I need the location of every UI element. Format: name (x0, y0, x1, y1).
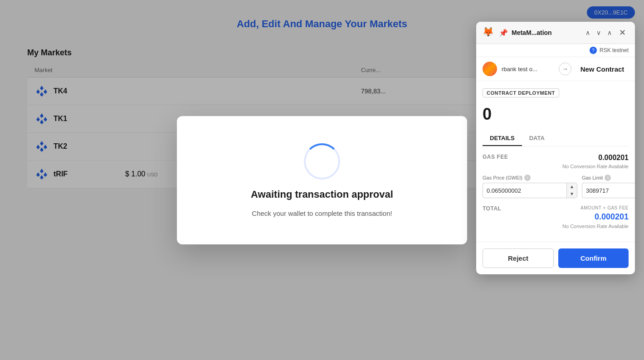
gas-limit-label: Gas Limit i (582, 175, 635, 181)
gas-price-input-container: ▲ ▼ (483, 183, 577, 198)
close-button[interactable]: ✕ (616, 27, 629, 39)
gas-limit-input-container: ▲ ▼ (582, 183, 635, 198)
nav-up-button[interactable]: ∧ (584, 28, 592, 37)
metamask-fox-icon: 🦊 (483, 26, 495, 39)
contract-deployment-tag: CONTRACT DEPLOYMENT (483, 88, 559, 97)
contract-amount: 0 (483, 105, 629, 124)
reject-button[interactable]: Reject (483, 248, 554, 268)
gas-limit-input[interactable] (582, 185, 635, 197)
gas-limit-info-icon[interactable]: i (605, 175, 611, 181)
total-sub: No Conversion Rate Available (483, 224, 629, 229)
total-value: 0.000201 (581, 212, 629, 222)
new-contract-label: New Contract (576, 65, 629, 73)
gas-fee-sub: No Conversion Rate Available (483, 164, 629, 169)
gas-price-label: Gas Price (GWEI) i (483, 175, 577, 181)
gas-inputs-row: Gas Price (GWEI) i ▲ ▼ Gas Limit i (483, 175, 629, 198)
gas-price-decrement[interactable]: ▼ (567, 190, 577, 198)
metamask-tabs: DETAILS DATA (483, 131, 629, 146)
gas-fee-label: GAS FEE (483, 154, 508, 160)
total-row: TOTAL AMOUNT + GAS FEE 0.000201 (483, 205, 629, 222)
total-section: TOTAL AMOUNT + GAS FEE 0.000201 No Conve… (483, 205, 629, 229)
total-label: TOTAL (483, 205, 501, 212)
network-row: ? RSK testnet (476, 44, 635, 57)
tab-data[interactable]: DATA (522, 131, 552, 146)
amount-plus-gas-label: AMOUNT + GAS FEE (581, 205, 629, 210)
loading-spinner (304, 143, 340, 180)
network-icon: ? (590, 47, 597, 54)
network-label: RSK testnet (600, 47, 629, 54)
transaction-modal: Awaiting transaction approval Check your… (177, 116, 467, 244)
account-name: rbank test o... (502, 66, 554, 73)
gas-fee-value: 0.000201 (598, 154, 629, 162)
metamask-panel: 🦊 📌 MetaM...ation ∧ ∨ ∧ ✕ ? RSK testnet … (476, 22, 635, 274)
gas-limit-group: Gas Limit i ▲ ▼ (582, 175, 635, 198)
gas-price-group: Gas Price (GWEI) i ▲ ▼ (483, 175, 577, 198)
nav-down-button[interactable]: ∨ (595, 28, 603, 37)
gas-price-stepper: ▲ ▼ (566, 183, 577, 198)
metamask-header: 🦊 📌 MetaM...ation ∧ ∨ ∧ ✕ (476, 22, 635, 44)
modal-subtitle: Check your wallet to complete this trans… (252, 209, 392, 217)
account-row: rbank test o... → New Contract (476, 57, 635, 81)
gas-price-increment[interactable]: ▲ (567, 183, 577, 190)
metamask-footer: Reject Confirm (476, 242, 635, 274)
gas-price-input[interactable] (483, 185, 566, 197)
gas-price-info-icon[interactable]: i (524, 175, 531, 181)
account-avatar (483, 62, 497, 76)
tab-details[interactable]: DETAILS (483, 131, 522, 146)
nav-expand-button[interactable]: ∧ (605, 28, 614, 37)
metamask-title: MetaM...ation (512, 29, 580, 36)
pin-icon: 📌 (499, 29, 508, 37)
metamask-nav-icons: ∧ ∨ ∧ ✕ (584, 27, 629, 39)
gas-fee-row: GAS FEE 0.000201 (483, 154, 629, 162)
account-arrow-button[interactable]: → (559, 63, 571, 75)
confirm-button[interactable]: Confirm (558, 248, 629, 268)
modal-title: Awaiting transaction approval (251, 189, 393, 200)
metamask-body: CONTRACT DEPLOYMENT 0 DETAILS DATA GAS F… (476, 81, 635, 242)
